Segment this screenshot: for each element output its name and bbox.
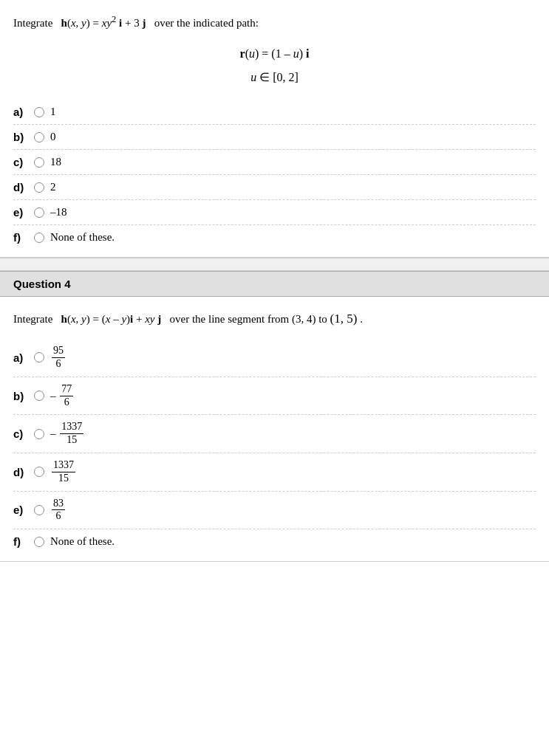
q4-radio-a[interactable]	[34, 352, 44, 362]
q4-den-e: 6	[55, 510, 63, 523]
section-gap	[0, 258, 549, 271]
q3-label-e: e)	[13, 206, 34, 219]
q4-label-e: e)	[13, 504, 34, 516]
q3-label-b: b)	[13, 131, 34, 143]
q4-answer-c: c) – 1337 15	[13, 415, 536, 453]
q3-domain: u ∈ [0, 2]	[13, 66, 536, 89]
q3-radio-d[interactable]	[34, 182, 44, 193]
q4-radio-e[interactable]	[34, 505, 44, 515]
q3-value-d: 2	[50, 181, 56, 193]
q3-value-e: –18	[50, 206, 67, 219]
q4-frac-d: 1337 15	[52, 459, 75, 485]
q4-radio-f[interactable]	[34, 537, 44, 547]
q4-neg-c: – 1337 15	[50, 421, 85, 447]
q4-period: .	[360, 313, 363, 325]
q3-intro: Integrate	[13, 17, 58, 29]
q4-num-a: 95	[52, 345, 65, 358]
q4-num-d: 1337	[52, 459, 75, 472]
q4-den-a: 6	[55, 358, 63, 371]
q3-path-block: r(u) = (1 – u) i u ∈ [0, 2]	[13, 42, 536, 89]
q4-label-d: d)	[13, 466, 34, 478]
q3-radio-e[interactable]	[34, 207, 44, 218]
q3-over: over the indicated path:	[149, 17, 259, 29]
q4-frac-e: 83 6	[52, 498, 65, 523]
q4-radio-d[interactable]	[34, 467, 44, 477]
q3-answer-a: a) 1	[13, 100, 536, 125]
q3-path-eq: r(u) = (1 – u) i	[13, 42, 536, 66]
q4-num-e: 83	[52, 498, 65, 511]
q3-label-c: c)	[13, 156, 34, 168]
q3-func: h	[61, 17, 67, 29]
question-3-text: Integrate h(x, y) = xy2 i + 3 j over the…	[13, 12, 536, 32]
question-4-block: Integrate h(x, y) = (x – y)i + xy j over…	[0, 297, 549, 562]
q3-answer-e: e) –18	[13, 200, 536, 225]
q4-value-d: 1337 15	[50, 459, 77, 485]
q3-radio-f[interactable]	[34, 233, 44, 243]
question-4-text: Integrate h(x, y) = (x – y)i + xy j over…	[13, 309, 536, 329]
q4-radio-b[interactable]	[34, 391, 44, 401]
q4-func-bold: h	[61, 313, 67, 325]
q4-neg-b: – 77 6	[50, 383, 75, 409]
q4-endpoint: (1, 5)	[330, 312, 358, 326]
q3-value-f: None of these.	[50, 231, 115, 244]
q4-frac-b: 77 6	[60, 383, 73, 409]
q3-value-b: 0	[50, 131, 56, 143]
q3-radio-b[interactable]	[34, 132, 44, 142]
q3-radio-a[interactable]	[34, 107, 44, 117]
q4-over: over the line segment from (3, 4) to	[164, 313, 330, 325]
q4-intro: Integrate	[13, 313, 58, 325]
q4-value-c: – 1337 15	[50, 421, 85, 447]
q3-answer-c: c) 18	[13, 150, 536, 175]
q3-radio-c[interactable]	[34, 157, 44, 168]
q4-radio-c[interactable]	[34, 429, 44, 439]
q4-label-b: b)	[13, 390, 34, 402]
q4-den-c: 15	[65, 434, 78, 447]
q4-num-c: 1337	[60, 421, 83, 434]
q4-value-a: 95 6	[50, 345, 67, 371]
q3-label-d: d)	[13, 181, 34, 193]
q4-frac-c: 1337 15	[60, 421, 83, 447]
q3-func-detail: (x, y) = xy2 i + 3 j	[67, 17, 146, 29]
q3-value-a: 1	[50, 106, 56, 118]
q4-value-f: None of these.	[50, 535, 115, 548]
q3-label-f: f)	[13, 231, 34, 244]
q4-den-d: 15	[57, 472, 70, 485]
question-4-header: Question 4	[0, 271, 549, 297]
q4-label-c: c)	[13, 427, 34, 440]
q3-label-a: a)	[13, 106, 34, 118]
q3-answer-d: d) 2	[13, 175, 536, 200]
q4-label-f: f)	[13, 535, 34, 548]
q4-den-b: 6	[63, 396, 71, 409]
q3-answer-b: b) 0	[13, 125, 536, 150]
q4-answer-d: d) 1337 15	[13, 453, 536, 492]
q4-answer-b: b) – 77 6	[13, 377, 536, 416]
q4-label-a: a)	[13, 351, 34, 364]
q4-num-b: 77	[60, 383, 73, 396]
q4-value-b: – 77 6	[50, 383, 75, 409]
q4-answer-f: f) None of these.	[13, 529, 536, 554]
q4-header-label: Question 4	[13, 278, 71, 290]
q4-func-detail: (x, y) = (x – y)i + xy j	[67, 313, 161, 325]
q4-frac-a: 95 6	[52, 345, 65, 371]
q4-value-e: 83 6	[50, 498, 67, 523]
question-3-block: Integrate h(x, y) = xy2 i + 3 j over the…	[0, 0, 549, 258]
q3-answer-f: f) None of these.	[13, 225, 536, 250]
q4-answer-a: a) 95 6	[13, 339, 536, 377]
q3-value-c: 18	[50, 156, 61, 168]
q4-answer-e: e) 83 6	[13, 492, 536, 530]
